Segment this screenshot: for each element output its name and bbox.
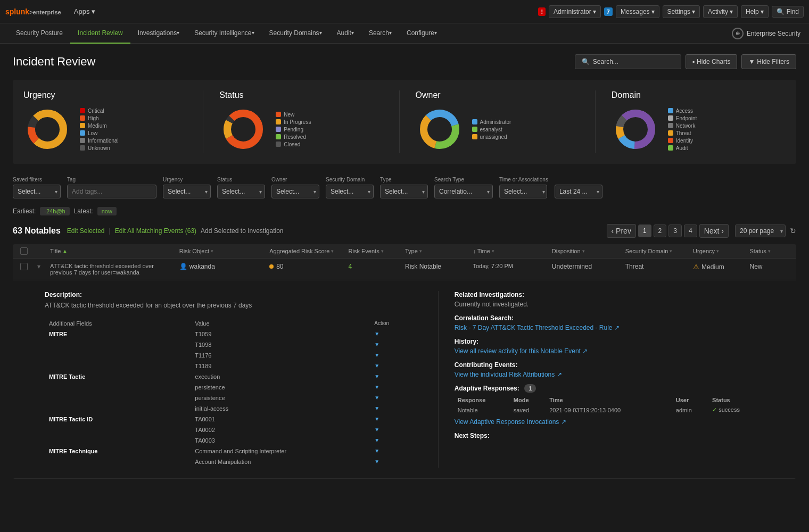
row-checkbox[interactable] xyxy=(17,263,34,272)
th-title[interactable]: Title ▲ xyxy=(47,248,176,254)
prev-button[interactable]: ‹ Prev xyxy=(607,224,636,238)
apps-button[interactable]: Apps ▾ xyxy=(70,5,100,18)
adaptive-responses-count[interactable]: 1 xyxy=(524,384,536,393)
refresh-button[interactable]: ↻ xyxy=(790,227,796,235)
status-select[interactable]: Select... xyxy=(217,185,265,198)
th-disposition[interactable]: Disposition ▾ xyxy=(549,248,622,254)
nav-incident-review[interactable]: Incident Review xyxy=(70,23,130,44)
th-status[interactable]: Status ▾ xyxy=(747,248,792,254)
title-sort-icon: ▲ xyxy=(62,248,67,254)
nav-audit[interactable]: Audit xyxy=(329,23,361,44)
select-all-checkbox[interactable] xyxy=(20,247,28,255)
risk-score-dot xyxy=(269,264,274,269)
view-adaptive-link[interactable]: View Adaptive Response Invocations ↗ xyxy=(455,418,764,426)
contributing-events-link[interactable]: View the individual Risk Attributions ↗ xyxy=(455,371,764,378)
settings-button[interactable]: Settings▾ xyxy=(663,5,700,18)
mitre-tactic-initial-access-action[interactable]: ▼ xyxy=(371,404,415,413)
next-steps-label: Next Steps: xyxy=(455,432,764,439)
page-4-button[interactable]: 4 xyxy=(684,225,697,237)
saved-filters-select[interactable]: Select... xyxy=(13,185,61,198)
th-type[interactable]: Type ▾ xyxy=(402,248,469,254)
mitre-t1176-action[interactable]: ▼ xyxy=(371,351,415,360)
hide-filters-button[interactable]: ▼ Hide Filters xyxy=(741,54,796,69)
status-legend: New In Progress Pending Resolved Closed xyxy=(276,112,311,147)
mitre-tactic-execution-action[interactable]: ▼ xyxy=(371,372,415,381)
globe-icon: ⊕ xyxy=(732,28,744,39)
mitre-tactic-persistence1-action[interactable]: ▼ xyxy=(371,383,415,392)
search-box[interactable]: 🔍 Search... xyxy=(575,54,681,69)
mitre-ta0002-action[interactable]: ▼ xyxy=(371,425,415,435)
nav-security-domains[interactable]: Security Domains xyxy=(262,23,329,44)
tag-input[interactable] xyxy=(67,185,156,198)
mitre-t1098-action[interactable]: ▼ xyxy=(371,340,415,350)
legend-high: High xyxy=(80,115,119,121)
adaptive-responses-table: Response Mode Time User Status Notable s… xyxy=(455,395,764,415)
time-assoc-select[interactable]: Select... xyxy=(499,185,547,198)
urgency-chart: Urgency Critical High Medium Low Informa… xyxy=(23,90,197,153)
activity-button[interactable]: Activity▾ xyxy=(703,5,738,18)
edit-all-events[interactable]: Edit All Matching Events (63) xyxy=(115,227,196,235)
mitre-tactic-persistence1: persistence xyxy=(192,383,370,392)
time-range-select[interactable]: Last 24 ... xyxy=(555,185,602,198)
row-type: Risk Notable xyxy=(402,263,469,270)
next-steps-section: Next Steps: xyxy=(455,432,764,439)
help-button[interactable]: Help▾ xyxy=(741,5,769,18)
th-urgency[interactable]: Urgency ▾ xyxy=(690,248,746,254)
mitre-technique-command-action[interactable]: ▼ xyxy=(371,446,415,456)
hide-charts-button[interactable]: ▪ Hide Charts xyxy=(686,54,738,69)
nav-security-posture[interactable]: Security Posture xyxy=(9,23,70,44)
latest-value[interactable]: now xyxy=(97,207,117,215)
urgency-select[interactable]: Select... xyxy=(163,185,211,198)
per-page-select[interactable]: 20 per page xyxy=(735,225,786,237)
mitre-ta0003-action[interactable]: ▼ xyxy=(371,436,415,445)
add-to-investigation[interactable]: Add Selected to Investigation xyxy=(201,227,283,235)
mitre-t1176: T1176 xyxy=(192,351,370,360)
th-risk-events[interactable]: Risk Events ▾ xyxy=(345,248,402,254)
messages-count[interactable]: 7 xyxy=(604,7,613,16)
earliest-value[interactable]: -24h@h xyxy=(40,207,69,215)
th-risk-object[interactable]: Risk Object ▾ xyxy=(176,248,266,254)
row-expand[interactable]: ▾ xyxy=(34,263,47,270)
next-button[interactable]: Next › xyxy=(699,224,729,238)
th-security-domain[interactable]: Security Domain ▾ xyxy=(622,248,690,254)
filter-icon: ▼ xyxy=(748,58,755,65)
description-label: Description: xyxy=(45,291,417,298)
page-1-button[interactable]: 1 xyxy=(638,225,651,237)
find-box[interactable]: 🔍 Find xyxy=(772,6,804,18)
nav-investigations[interactable]: Investigations xyxy=(130,23,187,44)
edit-selected[interactable]: Edit Selected xyxy=(67,227,105,235)
mitre-t1189-action[interactable]: ▼ xyxy=(371,361,415,371)
row-security-domain: Threat xyxy=(622,263,690,270)
page-2-button[interactable]: 2 xyxy=(654,225,667,237)
th-checkbox[interactable] xyxy=(17,247,34,255)
row-title: ATT&CK tactic threshold exceeded over pr… xyxy=(47,263,176,276)
page-3-button[interactable]: 3 xyxy=(668,225,682,237)
security-domain-select[interactable]: Select... xyxy=(326,185,374,198)
mitre-ta0001-action[interactable]: ▼ xyxy=(371,414,415,424)
nav-security-intelligence[interactable]: Security Intelligence xyxy=(187,23,261,44)
th-agg-risk-score[interactable]: Aggregated Risk Score ▾ xyxy=(266,248,345,254)
sec-domain-sort-icon: ▾ xyxy=(670,248,672,254)
status-wrapper: Select... xyxy=(217,185,265,198)
owner-select[interactable]: Select... xyxy=(271,185,319,198)
nav-search[interactable]: Search xyxy=(361,23,399,44)
adaptive-row: Notable saved 2021-09-03T19:20:13-0400 a… xyxy=(455,405,764,415)
alert-icon[interactable]: ! xyxy=(538,7,546,16)
nav-configure[interactable]: Configure xyxy=(399,23,444,44)
mitre-tactic-initial-access: initial-access xyxy=(192,404,370,413)
admin-button[interactable]: Administrator▾ xyxy=(549,5,601,18)
type-select[interactable]: Select... xyxy=(380,185,428,198)
search-type-select[interactable]: Correlatio... xyxy=(434,185,493,198)
adaptive-mode-value: saved xyxy=(510,405,546,415)
notables-count-title: 63 Notables xyxy=(13,226,61,236)
th-time[interactable]: ↓ Time ▾ xyxy=(469,248,548,254)
risk-events-link[interactable]: 4 xyxy=(349,263,352,270)
search-type-label: Search Type xyxy=(434,177,493,182)
messages-button[interactable]: Messages▾ xyxy=(616,5,659,18)
mitre-tactic-persistence2-action[interactable]: ▼ xyxy=(371,393,415,403)
correlation-search-link[interactable]: Risk - 7 Day ATT&CK Tactic Threshold Exc… xyxy=(455,324,764,331)
mitre-technique-account-action[interactable]: ▼ xyxy=(371,457,415,467)
related-investigations-label: Related Investigations: xyxy=(455,291,764,298)
mitre-t1059-action[interactable]: ▼ xyxy=(371,329,415,339)
history-link[interactable]: View all review activity for this Notabl… xyxy=(455,347,764,355)
